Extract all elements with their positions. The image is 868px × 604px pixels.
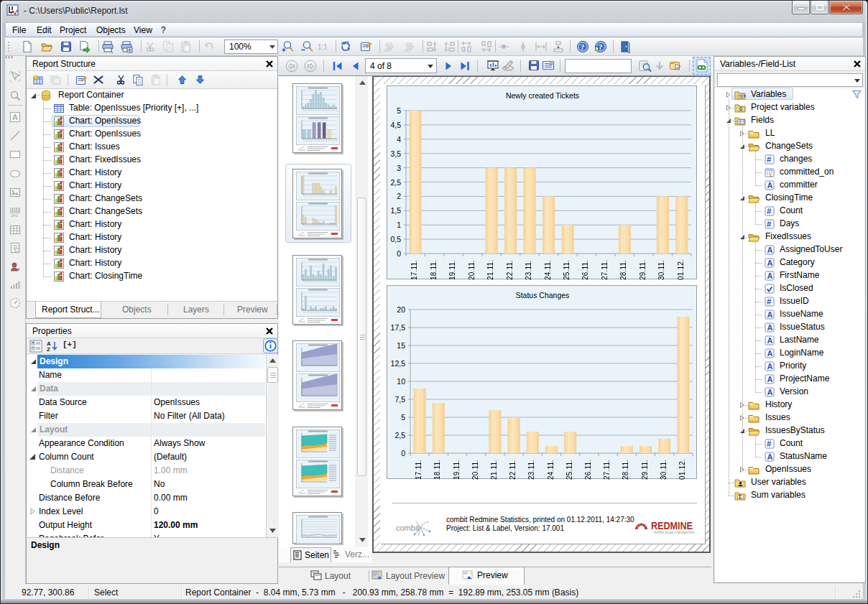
svg-text:Z: Z <box>47 346 50 353</box>
svg-text:#: # <box>767 155 772 164</box>
svg-text:A: A <box>767 310 773 319</box>
svg-text:A: A <box>767 336 773 345</box>
svg-text:#: # <box>767 220 772 228</box>
svg-text:flexible project management: flexible project management <box>654 531 695 534</box>
svg-text:242: 242 <box>11 213 19 218</box>
svg-text:A: A <box>767 259 773 267</box>
svg-text:#: # <box>767 440 772 448</box>
svg-text:REDMINE: REDMINE <box>651 519 693 531</box>
svg-text:A: A <box>767 349 773 358</box>
svg-text:A: A <box>767 271 773 280</box>
svg-text:A: A <box>767 362 773 371</box>
svg-text:1:1: 1:1 <box>318 43 328 51</box>
svg-text:A: A <box>12 113 18 121</box>
svg-text:?: ? <box>581 43 584 51</box>
svg-text:«x»: «x» <box>738 93 746 98</box>
svg-text:A: A <box>767 246 773 254</box>
svg-text:A: A <box>767 181 773 190</box>
svg-text:A: A <box>767 375 773 384</box>
svg-text:Σ: Σ <box>739 494 742 499</box>
svg-text:#: # <box>767 207 772 215</box>
svg-text:A: A <box>767 323 773 332</box>
svg-text:#: # <box>767 297 772 306</box>
svg-text:combit: combit <box>396 524 419 532</box>
svg-text:A: A <box>767 388 773 396</box>
svg-text:?: ? <box>599 43 602 51</box>
svg-text:A: A <box>767 452 773 461</box>
